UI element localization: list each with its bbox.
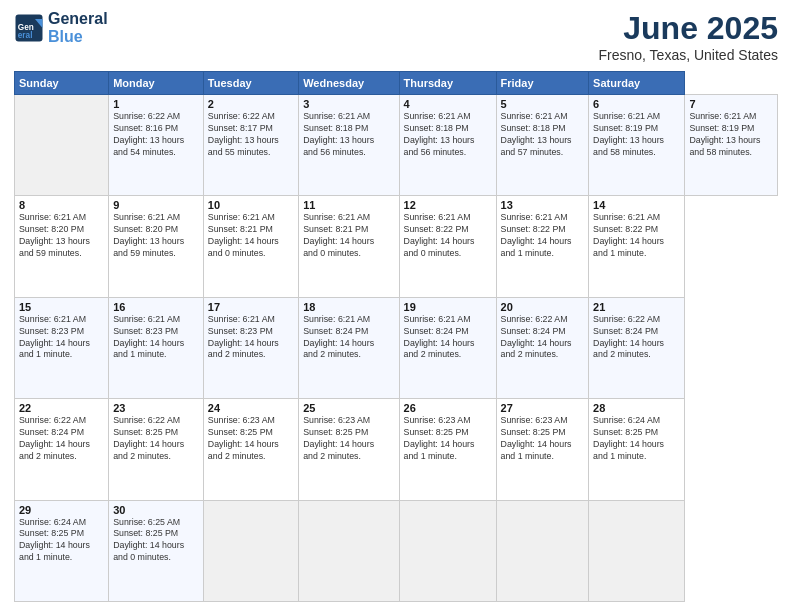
- day-number: 13: [501, 199, 585, 211]
- day-info: Sunrise: 6:23 AM Sunset: 8:25 PM Dayligh…: [303, 415, 394, 463]
- table-row: 18Sunrise: 6:21 AM Sunset: 8:24 PM Dayli…: [299, 297, 399, 398]
- logo-icon: Gen eral: [14, 13, 44, 43]
- day-number: 9: [113, 199, 199, 211]
- day-info: Sunrise: 6:21 AM Sunset: 8:21 PM Dayligh…: [303, 212, 394, 260]
- day-info: Sunrise: 6:23 AM Sunset: 8:25 PM Dayligh…: [404, 415, 492, 463]
- day-header-saturday: Saturday: [589, 72, 685, 95]
- day-number: 12: [404, 199, 492, 211]
- day-info: Sunrise: 6:23 AM Sunset: 8:25 PM Dayligh…: [208, 415, 294, 463]
- title-block: June 2025 Fresno, Texas, United States: [599, 10, 779, 63]
- day-info: Sunrise: 6:21 AM Sunset: 8:20 PM Dayligh…: [113, 212, 199, 260]
- day-number: 4: [404, 98, 492, 110]
- day-number: 27: [501, 402, 585, 414]
- day-info: Sunrise: 6:21 AM Sunset: 8:20 PM Dayligh…: [19, 212, 104, 260]
- day-number: 3: [303, 98, 394, 110]
- logo-text: General Blue: [48, 10, 108, 45]
- table-row: 20Sunrise: 6:22 AM Sunset: 8:24 PM Dayli…: [496, 297, 589, 398]
- day-info: Sunrise: 6:21 AM Sunset: 8:18 PM Dayligh…: [404, 111, 492, 159]
- table-row: 15Sunrise: 6:21 AM Sunset: 8:23 PM Dayli…: [15, 297, 109, 398]
- day-info: Sunrise: 6:22 AM Sunset: 8:17 PM Dayligh…: [208, 111, 294, 159]
- day-number: 23: [113, 402, 199, 414]
- day-info: Sunrise: 6:25 AM Sunset: 8:25 PM Dayligh…: [113, 517, 199, 565]
- table-row: 14Sunrise: 6:21 AM Sunset: 8:22 PM Dayli…: [589, 196, 685, 297]
- table-row: 28Sunrise: 6:24 AM Sunset: 8:25 PM Dayli…: [589, 399, 685, 500]
- table-row: 6Sunrise: 6:21 AM Sunset: 8:19 PM Daylig…: [589, 95, 685, 196]
- day-info: Sunrise: 6:22 AM Sunset: 8:24 PM Dayligh…: [501, 314, 585, 362]
- day-info: Sunrise: 6:21 AM Sunset: 8:21 PM Dayligh…: [208, 212, 294, 260]
- day-number: 21: [593, 301, 680, 313]
- day-header-sunday: Sunday: [15, 72, 109, 95]
- day-info: Sunrise: 6:21 AM Sunset: 8:22 PM Dayligh…: [501, 212, 585, 260]
- table-row: 13Sunrise: 6:21 AM Sunset: 8:22 PM Dayli…: [496, 196, 589, 297]
- day-number: 16: [113, 301, 199, 313]
- day-number: 10: [208, 199, 294, 211]
- day-info: Sunrise: 6:21 AM Sunset: 8:19 PM Dayligh…: [689, 111, 773, 159]
- day-header-thursday: Thursday: [399, 72, 496, 95]
- day-header-tuesday: Tuesday: [203, 72, 298, 95]
- day-number: 24: [208, 402, 294, 414]
- logo-line2: Blue: [48, 28, 108, 46]
- table-row: [496, 500, 589, 601]
- day-info: Sunrise: 6:21 AM Sunset: 8:22 PM Dayligh…: [404, 212, 492, 260]
- table-row: 12Sunrise: 6:21 AM Sunset: 8:22 PM Dayli…: [399, 196, 496, 297]
- table-row: [589, 500, 685, 601]
- day-info: Sunrise: 6:23 AM Sunset: 8:25 PM Dayligh…: [501, 415, 585, 463]
- table-row: 2Sunrise: 6:22 AM Sunset: 8:17 PM Daylig…: [203, 95, 298, 196]
- day-number: 5: [501, 98, 585, 110]
- day-number: 18: [303, 301, 394, 313]
- day-header-friday: Friday: [496, 72, 589, 95]
- day-info: Sunrise: 6:21 AM Sunset: 8:18 PM Dayligh…: [303, 111, 394, 159]
- day-info: Sunrise: 6:21 AM Sunset: 8:23 PM Dayligh…: [113, 314, 199, 362]
- calendar: SundayMondayTuesdayWednesdayThursdayFrid…: [14, 71, 778, 602]
- page: Gen eral General Blue June 2025 Fresno, …: [0, 0, 792, 612]
- table-row: 11Sunrise: 6:21 AM Sunset: 8:21 PM Dayli…: [299, 196, 399, 297]
- table-row: 19Sunrise: 6:21 AM Sunset: 8:24 PM Dayli…: [399, 297, 496, 398]
- day-info: Sunrise: 6:22 AM Sunset: 8:16 PM Dayligh…: [113, 111, 199, 159]
- day-info: Sunrise: 6:24 AM Sunset: 8:25 PM Dayligh…: [19, 517, 104, 565]
- day-header-monday: Monday: [109, 72, 204, 95]
- day-header-wednesday: Wednesday: [299, 72, 399, 95]
- logo-line1: General: [48, 10, 108, 28]
- day-number: 25: [303, 402, 394, 414]
- table-row: 16Sunrise: 6:21 AM Sunset: 8:23 PM Dayli…: [109, 297, 204, 398]
- day-info: Sunrise: 6:21 AM Sunset: 8:23 PM Dayligh…: [19, 314, 104, 362]
- day-info: Sunrise: 6:21 AM Sunset: 8:18 PM Dayligh…: [501, 111, 585, 159]
- table-row: 9Sunrise: 6:21 AM Sunset: 8:20 PM Daylig…: [109, 196, 204, 297]
- day-number: 26: [404, 402, 492, 414]
- day-number: 17: [208, 301, 294, 313]
- table-row: 27Sunrise: 6:23 AM Sunset: 8:25 PM Dayli…: [496, 399, 589, 500]
- day-number: 15: [19, 301, 104, 313]
- table-row: 1Sunrise: 6:22 AM Sunset: 8:16 PM Daylig…: [109, 95, 204, 196]
- month-title: June 2025: [599, 10, 779, 47]
- table-row: 21Sunrise: 6:22 AM Sunset: 8:24 PM Dayli…: [589, 297, 685, 398]
- table-row: 30Sunrise: 6:25 AM Sunset: 8:25 PM Dayli…: [109, 500, 204, 601]
- table-row: 4Sunrise: 6:21 AM Sunset: 8:18 PM Daylig…: [399, 95, 496, 196]
- day-number: 19: [404, 301, 492, 313]
- table-row: 8Sunrise: 6:21 AM Sunset: 8:20 PM Daylig…: [15, 196, 109, 297]
- table-row: 22Sunrise: 6:22 AM Sunset: 8:24 PM Dayli…: [15, 399, 109, 500]
- day-info: Sunrise: 6:24 AM Sunset: 8:25 PM Dayligh…: [593, 415, 680, 463]
- day-number: 28: [593, 402, 680, 414]
- table-row: 10Sunrise: 6:21 AM Sunset: 8:21 PM Dayli…: [203, 196, 298, 297]
- day-number: 8: [19, 199, 104, 211]
- day-number: 1: [113, 98, 199, 110]
- header: Gen eral General Blue June 2025 Fresno, …: [14, 10, 778, 63]
- day-info: Sunrise: 6:21 AM Sunset: 8:24 PM Dayligh…: [404, 314, 492, 362]
- day-number: 7: [689, 98, 773, 110]
- day-number: 30: [113, 504, 199, 516]
- day-number: 2: [208, 98, 294, 110]
- day-info: Sunrise: 6:21 AM Sunset: 8:23 PM Dayligh…: [208, 314, 294, 362]
- day-number: 6: [593, 98, 680, 110]
- table-row: [399, 500, 496, 601]
- empty-cell: [15, 95, 109, 196]
- svg-text:eral: eral: [18, 30, 33, 39]
- day-number: 22: [19, 402, 104, 414]
- table-row: 17Sunrise: 6:21 AM Sunset: 8:23 PM Dayli…: [203, 297, 298, 398]
- table-row: [299, 500, 399, 601]
- day-number: 29: [19, 504, 104, 516]
- table-row: 7Sunrise: 6:21 AM Sunset: 8:19 PM Daylig…: [685, 95, 778, 196]
- table-row: [203, 500, 298, 601]
- day-number: 14: [593, 199, 680, 211]
- location-title: Fresno, Texas, United States: [599, 47, 779, 63]
- day-number: 20: [501, 301, 585, 313]
